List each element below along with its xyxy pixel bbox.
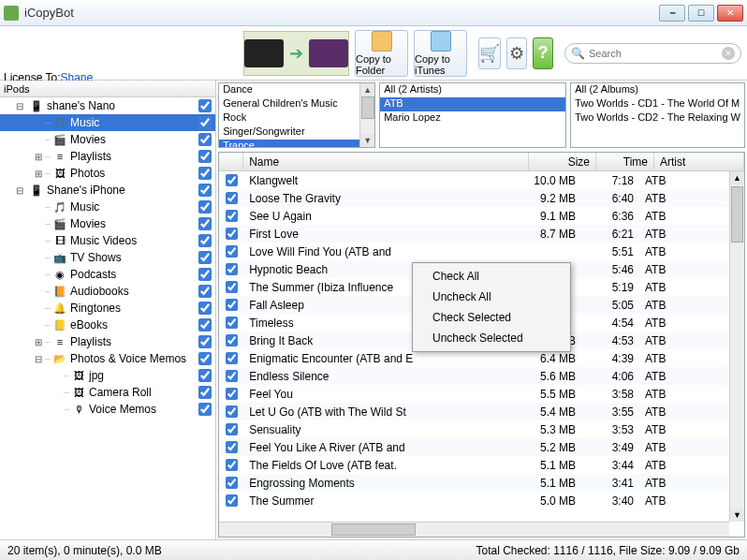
row-checkbox[interactable] [226,174,238,186]
context-menu-item[interactable]: Check All [416,266,567,287]
table-row[interactable]: Feel You5.5 MB3:58ATB [219,385,729,403]
table-row[interactable]: See U Again9.1 MB6:36ATB [219,207,729,225]
row-checkbox[interactable] [226,281,238,293]
node-checkbox[interactable] [198,369,212,382]
copy-to-itunes-button[interactable]: Copy to iTunes [414,30,467,77]
tree-node[interactable]: ┈🖼jpg [0,367,215,384]
col-size[interactable]: Size [529,153,596,170]
filter-item[interactable]: All (2 Albums) [571,83,744,97]
filter-item[interactable]: Singer/Songwriter [219,125,374,140]
context-menu-item[interactable]: Uncheck Selected [416,328,567,348]
expand-icon[interactable]: ⊟ [13,185,26,196]
help-button[interactable]: ? [533,37,553,69]
tree-node[interactable]: ┈🔔Ringtones [0,300,215,317]
row-checkbox[interactable] [226,263,238,275]
tree-node[interactable]: ┈🖼Camera Roll [0,384,215,401]
tree-node[interactable]: ⊟📱Shane's iPhone [0,182,215,199]
node-checkbox[interactable] [198,116,212,129]
artist-list[interactable]: All (2 Artists)ATBMario Lopez [379,82,566,148]
scrollbar[interactable]: ▲▼ [359,83,374,147]
tree-node[interactable]: ┈🎞Music Videos [0,232,215,249]
settings-button[interactable]: ⚙ [506,37,527,69]
node-checkbox[interactable] [198,386,212,399]
table-row[interactable]: The Fields Of Love (ATB feat.5.1 MB3:44A… [219,456,729,474]
node-checkbox[interactable] [198,285,212,298]
filter-item[interactable]: Mario Lopez [380,111,565,125]
node-checkbox[interactable] [198,251,212,264]
vertical-scrollbar[interactable]: ▲▼ [729,171,744,522]
filter-item[interactable]: Two Worlds - CD1 - The World Of M [571,97,744,111]
tree-node[interactable]: ⊞┈🖼Photos [0,165,215,182]
row-checkbox[interactable] [226,210,238,222]
clear-search-icon[interactable]: ✕ [722,47,735,60]
row-checkbox[interactable] [226,228,238,240]
expand-icon[interactable]: ⊟ [13,101,26,111]
genre-list[interactable]: DanceGeneral Children's MusicRockSinger/… [218,82,375,148]
tree-node[interactable]: ┈🎵Music [0,114,215,131]
node-checkbox[interactable] [198,302,212,315]
node-checkbox[interactable] [198,268,212,281]
tree-node[interactable]: ┈🎵Music [0,199,215,215]
row-checkbox[interactable] [226,423,238,435]
expand-icon[interactable]: ⊟ [32,354,45,364]
row-checkbox[interactable] [226,317,238,329]
tree-node[interactable]: ┈📒eBooks [0,317,215,333]
col-check[interactable] [219,153,243,170]
node-checkbox[interactable] [198,318,212,332]
album-list[interactable]: All (2 Albums)Two Worlds - CD1 - The Wor… [570,82,745,148]
row-checkbox[interactable] [226,245,238,258]
cart-button[interactable]: 🛒 [478,37,501,69]
table-row[interactable]: Klangwelt10.0 MB7:18ATB [219,171,729,189]
row-checkbox[interactable] [226,334,238,346]
filter-item[interactable]: Two Worlds - CD2 - The Relaxing W [571,111,744,125]
col-artist[interactable]: Artist [654,153,744,170]
row-checkbox[interactable] [226,477,238,489]
expand-icon[interactable]: ⊞ [32,169,45,179]
tree-node[interactable]: ┈🎬Movies [0,215,215,232]
col-name[interactable]: Name [243,153,529,170]
tree-node[interactable]: ⊞┈≡Playlists [0,148,215,165]
table-row[interactable]: Endless Silence5.6 MB4:06ATB [219,367,729,385]
context-menu-item[interactable]: Uncheck All [416,287,567,307]
context-menu[interactable]: Check AllUncheck AllCheck SelectedUnchec… [412,262,571,352]
node-checkbox[interactable] [198,217,212,230]
node-checkbox[interactable] [198,150,212,163]
filter-item[interactable]: All (2 Artists) [380,83,565,97]
filter-item[interactable]: Trance [219,140,374,148]
row-checkbox[interactable] [226,494,238,507]
tree-node[interactable]: ┈📙Audiobooks [0,283,215,300]
row-checkbox[interactable] [226,299,238,311]
tree-node[interactable]: ┈📺TV Shows [0,249,215,266]
tree-node[interactable]: ┈🎙Voice Memos [0,401,215,418]
row-checkbox[interactable] [226,370,238,382]
filter-item[interactable]: General Children's Music [219,97,374,111]
node-checkbox[interactable] [198,352,212,365]
tree-node[interactable]: ⊞┈≡Playlists [0,333,215,350]
table-row[interactable]: First Love8.7 MB6:21ATB [219,225,729,243]
expand-icon[interactable]: ⊞ [32,152,45,162]
table-row[interactable]: Feel You Like A River (ATB and5.2 MB3:49… [219,438,729,456]
row-checkbox[interactable] [226,441,238,453]
table-row[interactable]: Let U Go (ATB with The Wild St5.4 MB3:55… [219,403,729,420]
table-row[interactable]: Sensuality5.3 MB3:53ATB [219,420,729,438]
node-checkbox[interactable] [198,184,212,197]
horizontal-scrollbar[interactable] [219,522,729,537]
filter-item[interactable]: Rock [219,111,374,125]
node-checkbox[interactable] [198,335,212,348]
search-box[interactable]: 🔍 ✕ [564,43,741,64]
tree-node[interactable]: ⊟📱shane's Nano [0,97,215,114]
tree-node[interactable]: ┈🎬Movies [0,131,215,148]
row-checkbox[interactable] [226,192,238,204]
table-header[interactable]: Name Size Time Artist [219,153,744,171]
minimize-button[interactable] [659,5,685,22]
row-checkbox[interactable] [226,405,238,418]
row-checkbox[interactable] [226,459,238,471]
copy-to-folder-button[interactable]: Copy to Folder [355,30,408,77]
table-row[interactable]: Loose The Gravity9.2 MB6:40ATB [219,189,729,207]
row-checkbox[interactable] [226,352,238,364]
col-time[interactable]: Time [596,153,654,170]
filter-item[interactable]: ATB [380,97,565,111]
filter-item[interactable]: Dance [219,83,374,97]
expand-icon[interactable]: ⊞ [32,337,45,347]
maximize-button[interactable] [688,5,714,22]
